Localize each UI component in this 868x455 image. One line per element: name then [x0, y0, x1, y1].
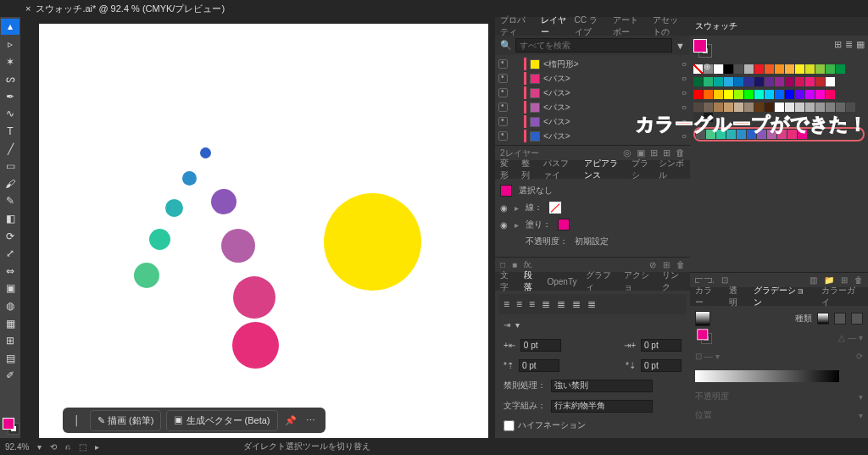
layer-row[interactable]: <パス> ○: [495, 71, 690, 86]
direct-selection-tool[interactable]: ▹: [1, 36, 19, 53]
swatch[interactable]: [754, 90, 764, 99]
layer-name[interactable]: <楕円形>: [543, 58, 579, 70]
tab-character[interactable]: 文字: [500, 269, 515, 293]
align-right-icon[interactable]: ≡: [529, 298, 535, 310]
swatch[interactable]: [754, 77, 764, 86]
justify-left-icon[interactable]: ≣: [542, 298, 550, 310]
swatch[interactable]: [724, 64, 733, 74]
layer-name[interactable]: <パス>: [543, 87, 570, 99]
art-circle[interactable]: [165, 199, 183, 217]
tab-transparency[interactable]: 透明: [729, 285, 746, 308]
paintbrush-tool[interactable]: 🖌: [1, 175, 19, 191]
swatch[interactable]: [724, 103, 733, 112]
swatch[interactable]: [744, 64, 754, 74]
swatch[interactable]: [724, 77, 733, 86]
swatch[interactable]: [775, 64, 784, 74]
close-doc-icon[interactable]: ×: [25, 3, 31, 14]
curvature-tool[interactable]: ∿: [1, 106, 19, 122]
locate-object-icon[interactable]: ◎: [623, 147, 632, 158]
clear-appearance-icon[interactable]: ⊘: [649, 260, 656, 269]
zoom-dropdown-icon[interactable]: ▾: [37, 442, 42, 452]
tab-opentype[interactable]: OpenTy: [547, 277, 576, 286]
tab-cc-libraries[interactable]: CC ライブ: [575, 14, 604, 38]
artboard[interactable]: [39, 24, 488, 438]
swatch[interactable]: [765, 64, 774, 74]
layer-row[interactable]: <パス> ○: [495, 86, 690, 100]
swatch[interactable]: [734, 64, 743, 74]
swatch[interactable]: [775, 103, 784, 112]
kinsoku-select[interactable]: [551, 380, 653, 392]
tab-brushes[interactable]: ブラシ: [632, 158, 651, 181]
eyedropper-tool[interactable]: ✐: [1, 368, 19, 384]
justify-all-icon[interactable]: ≣: [587, 298, 596, 310]
swatch[interactable]: [704, 103, 713, 112]
tab-color[interactable]: カラー: [695, 285, 721, 308]
mesh-tool[interactable]: ⊞: [1, 333, 19, 349]
color-group-swatch[interactable]: [757, 130, 766, 139]
layer-name[interactable]: <パス>: [543, 102, 570, 114]
align-center-icon[interactable]: ≡: [516, 298, 522, 310]
swatch-list-icon[interactable]: ≣: [845, 39, 853, 50]
swatch[interactable]: [714, 64, 723, 74]
tab-graphic-styles[interactable]: グラフィ: [586, 269, 615, 293]
art-circle[interactable]: [232, 322, 279, 369]
draw-pencil-button[interactable]: ✎ 描画 (鉛筆): [90, 410, 161, 431]
color-group-swatch[interactable]: [767, 130, 776, 139]
color-group-folder-icon[interactable]: [696, 130, 705, 139]
justify-center-icon[interactable]: ≣: [557, 298, 565, 310]
swatch[interactable]: [704, 77, 713, 86]
align-left-icon[interactable]: ≡: [504, 298, 509, 310]
swatch[interactable]: [734, 90, 743, 99]
swatch[interactable]: [693, 77, 703, 86]
swatch[interactable]: [795, 103, 804, 112]
swatch[interactable]: [846, 103, 855, 112]
layer-row[interactable]: <パス> ○: [495, 100, 690, 114]
visibility-toggle[interactable]: [498, 88, 508, 97]
swatch[interactable]: [826, 64, 835, 74]
scale-tool[interactable]: ⤢: [1, 246, 19, 262]
swatch[interactable]: [744, 103, 754, 112]
art-circle[interactable]: [221, 229, 255, 263]
layer-name[interactable]: <パス>: [543, 73, 570, 85]
swatch[interactable]: [826, 90, 835, 99]
canvas-area[interactable]: │ ✎ 描画 (鉛筆) ▣ 生成ベクター (Beta) 📌 ⋯: [20, 17, 495, 438]
layer-row[interactable]: <パス> ○: [495, 129, 690, 143]
swatch[interactable]: [704, 90, 713, 99]
freeform-gradient-icon[interactable]: [851, 313, 863, 325]
indent-right-input[interactable]: [641, 339, 682, 352]
swatch-libraries-icon[interactable]: ⫍⫎.: [695, 275, 715, 285]
delete-swatch-icon[interactable]: 🗑: [854, 275, 863, 285]
tab-paragraph[interactable]: 段落: [524, 269, 539, 293]
swatch[interactable]: [754, 64, 764, 74]
swatch[interactable]: [805, 90, 815, 99]
radial-gradient-icon[interactable]: [834, 313, 846, 325]
swatch-thumbnail-icon[interactable]: ▦: [856, 39, 865, 50]
tab-asset-export[interactable]: アセットの: [653, 14, 685, 38]
swatch[interactable]: [785, 103, 794, 112]
selection-tool[interactable]: ▴: [1, 19, 19, 35]
more-icon[interactable]: ⋯: [303, 415, 319, 426]
pin-icon[interactable]: 📌: [283, 415, 298, 426]
visibility-toggle[interactable]: [498, 74, 508, 83]
rotate-tool[interactable]: ⟳: [1, 228, 19, 244]
line-segment-tool[interactable]: ╱: [1, 141, 19, 157]
swatch[interactable]: [795, 64, 804, 74]
free-transform-tool[interactable]: ▣: [1, 280, 19, 297]
filter-icon[interactable]: ▼: [676, 41, 685, 51]
none-swatch[interactable]: [693, 64, 703, 74]
swatch[interactable]: [775, 77, 784, 86]
shaper-tool[interactable]: ✎: [1, 193, 19, 209]
add-fill-icon[interactable]: ■: [512, 260, 517, 269]
color-group-swatch[interactable]: [716, 130, 726, 139]
art-circle[interactable]: [324, 193, 421, 291]
tab-layers[interactable]: レイヤー: [541, 14, 566, 38]
color-group[interactable]: [693, 127, 865, 141]
swatch[interactable]: [724, 90, 733, 99]
swatch[interactable]: [775, 90, 784, 99]
swatch[interactable]: [805, 64, 815, 74]
space-after-input[interactable]: [641, 359, 682, 372]
tab-transform[interactable]: 変形: [500, 158, 513, 181]
swatch[interactable]: [754, 103, 764, 112]
new-swatch-icon[interactable]: ⊞: [841, 275, 848, 285]
swatch[interactable]: [693, 103, 703, 112]
